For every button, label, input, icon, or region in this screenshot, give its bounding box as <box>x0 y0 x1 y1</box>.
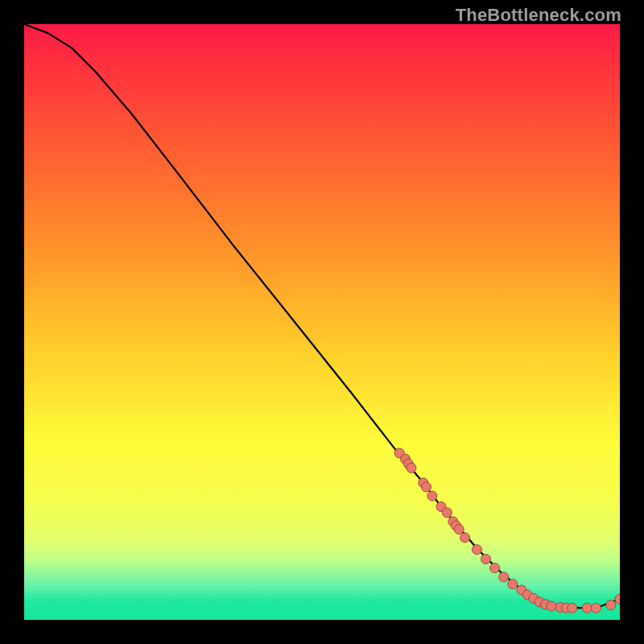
highlight-dot <box>568 603 577 613</box>
highlight-dot <box>582 603 592 613</box>
highlight-dot <box>407 463 416 473</box>
highlight-dot <box>547 601 556 611</box>
main-curve <box>24 24 620 608</box>
highlight-dot <box>422 482 431 492</box>
highlight-dot <box>427 491 437 501</box>
highlight-dot <box>591 603 601 613</box>
highlight-dot <box>499 572 509 582</box>
highlight-dots-group <box>394 448 620 613</box>
watermark-text: TheBottleneck.com <box>456 5 621 26</box>
highlight-dot <box>472 545 481 555</box>
chart-stage: TheBottleneck.com <box>0 0 644 644</box>
highlight-dot <box>481 555 491 564</box>
highlight-dot <box>508 580 518 589</box>
highlight-dot <box>606 601 616 610</box>
chart-svg <box>24 24 620 620</box>
highlight-dot <box>460 533 470 543</box>
highlight-dot <box>615 594 620 604</box>
highlight-dot <box>454 525 464 535</box>
highlight-dot <box>442 508 452 518</box>
highlight-dot <box>490 564 500 573</box>
